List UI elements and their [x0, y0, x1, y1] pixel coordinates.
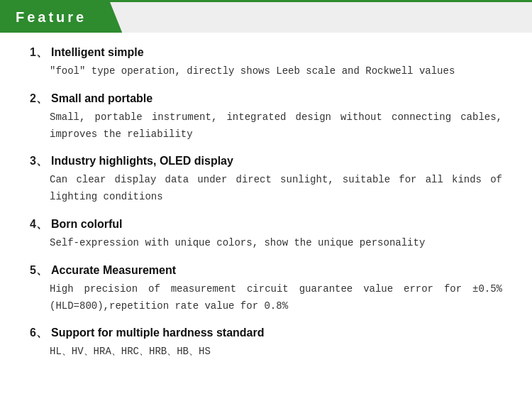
- page-wrapper: Feature 1、 Intelligent simple "fool" typ…: [0, 0, 532, 393]
- feature-desc-6: HL、HV、HRA、HRC、HRB、HB、HS: [50, 344, 502, 361]
- feature-item-2: 2、 Small and portable Small, portable in…: [30, 92, 502, 143]
- feature-item-5: 5、 Accurate Measurement High precision o…: [30, 263, 502, 315]
- feature-number-4: 4、: [30, 217, 51, 232]
- feature-title-6: Support for multiple hardness standard: [51, 327, 264, 339]
- feature-desc-5: High precision of measurement circuit gu…: [50, 281, 502, 315]
- feature-item-4: 4、 Born colorful Self-expression with un…: [30, 217, 502, 252]
- feature-title-4: Born colorful: [51, 218, 122, 231]
- feature-number-5: 5、: [30, 263, 51, 278]
- feature-number-2: 2、: [30, 92, 51, 106]
- feature-title-row-6: 6、 Support for multiple hardness standar…: [30, 326, 502, 341]
- feature-item-1: 1、 Intelligent simple "fool" type operat…: [30, 45, 502, 80]
- feature-number-3: 3、: [30, 154, 51, 169]
- header-title: Feature: [16, 9, 87, 25]
- feature-item-3: 3、 Industry highlights, OLED display Can…: [30, 154, 502, 206]
- feature-desc-2: Small, portable instrument, integrated d…: [50, 109, 502, 143]
- feature-number-1: 1、: [30, 45, 51, 60]
- feature-title-row-2: 2、 Small and portable: [30, 92, 502, 106]
- feature-desc-4: Self-expression with unique colors, show…: [50, 235, 502, 252]
- header-wrapper: Feature: [0, 0, 532, 33]
- header-bar: Feature: [0, 2, 122, 33]
- feature-title-row-1: 1、 Intelligent simple: [30, 45, 502, 60]
- feature-title-row-3: 3、 Industry highlights, OLED display: [30, 154, 502, 169]
- feature-number-6: 6、: [30, 326, 51, 341]
- feature-item-6: 6、 Support for multiple hardness standar…: [30, 326, 502, 361]
- feature-desc-1: "fool" type operation, directly shows Le…: [50, 63, 502, 80]
- feature-title-2: Small and portable: [51, 92, 153, 105]
- feature-desc-3: Can clear display data under direct sunl…: [50, 172, 502, 206]
- feature-title-1: Intelligent simple: [51, 46, 144, 59]
- content-area: 1、 Intelligent simple "fool" type operat…: [0, 38, 532, 393]
- feature-title-3: Industry highlights, OLED display: [51, 155, 233, 168]
- feature-title-5: Accurate Measurement: [51, 264, 176, 277]
- feature-title-row-4: 4、 Born colorful: [30, 217, 502, 232]
- feature-title-row-5: 5、 Accurate Measurement: [30, 263, 502, 278]
